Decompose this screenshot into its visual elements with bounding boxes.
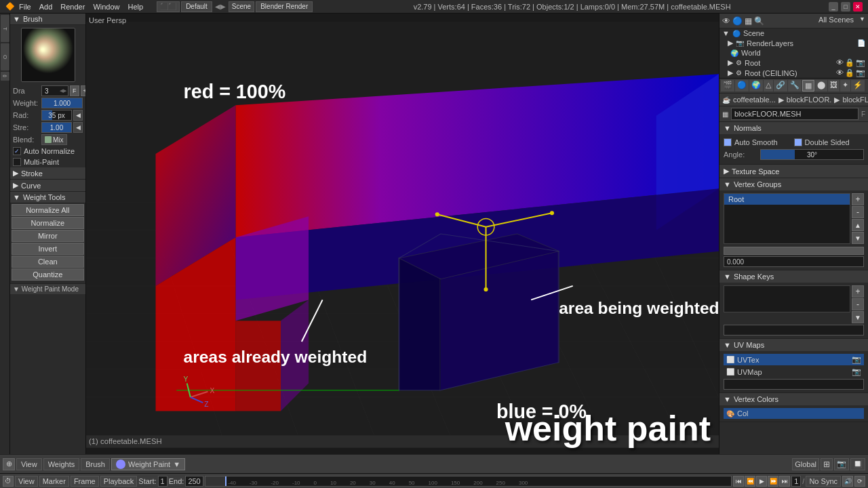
timeline-frame-menu[interactable]: Frame <box>71 476 99 487</box>
audio-btn[interactable]: 🔊 <box>842 476 853 487</box>
vg-down-btn[interactable]: ▼ <box>852 232 864 244</box>
timeline-icon-btn[interactable]: ⏱ <box>3 476 14 487</box>
playback-controls[interactable]: ⏮ ⏪ ▶ ⏩ ⏭ <box>733 476 790 487</box>
render-btn[interactable]: 🔲 <box>850 458 865 470</box>
radius-slider[interactable]: 35 px <box>41 110 72 121</box>
radius-arrow[interactable]: ◀ <box>73 110 83 121</box>
blend-dropdown[interactable]: Mix <box>41 134 67 145</box>
prop-tab-object[interactable]: △ <box>764 80 773 92</box>
clean-btn[interactable]: Clean <box>12 256 84 268</box>
weights-menu[interactable]: Weights <box>43 458 80 470</box>
sk-add-btn[interactable]: + <box>852 285 864 298</box>
dra-value[interactable]: 3 <box>41 85 68 96</box>
current-frame-display[interactable]: 1 <box>791 476 801 487</box>
quantize-btn[interactable]: Quantize <box>12 268 84 281</box>
curve-section-header[interactable]: ▶ Curve <box>10 180 85 192</box>
prop-tab-physics[interactable]: ⚡ <box>851 80 865 92</box>
layout-arrows[interactable]: ◀▶ <box>215 3 226 10</box>
prop-tab-scene[interactable]: 🔵 <box>735 80 749 92</box>
auto-smooth-checkbox[interactable] <box>724 138 732 146</box>
root-icon-a[interactable]: 👁 <box>836 58 844 67</box>
prop-tab-modifiers[interactable]: 🔧 <box>788 80 802 92</box>
brush-menu[interactable]: Brush <box>81 458 110 470</box>
timeline-marker-menu[interactable]: Marker <box>39 476 69 487</box>
brush-section-header[interactable]: ▼ Brush <box>10 14 85 25</box>
normals-header[interactable]: ▼ Normals <box>719 122 868 134</box>
ceiling-icon-b[interactable]: 🔒 <box>845 68 854 77</box>
texture-space-header[interactable]: ▶ Texture Space <box>719 165 868 178</box>
global-btn[interactable]: Global <box>792 458 819 470</box>
maximize-btn[interactable]: □ <box>841 2 850 12</box>
vertex-colors-header[interactable]: ▼ Vertex Colors <box>719 393 868 405</box>
menu-window[interactable]: Window <box>93 3 119 11</box>
mesh-name-input[interactable]: blockFLOOR.MESH <box>731 108 859 120</box>
window-controls[interactable]: _ □ ✕ <box>829 2 863 12</box>
tree-renderlayers[interactable]: ▶ 📷 RenderLayers 📄 <box>719 38 868 48</box>
tools-icon[interactable]: T <box>1 15 9 42</box>
uv-slider[interactable] <box>724 379 864 390</box>
options-icon[interactable]: O <box>1 43 9 70</box>
tree-world[interactable]: 🌍 World <box>719 48 868 58</box>
uv-tex-active-icon[interactable]: 📷 <box>852 355 861 364</box>
close-btn[interactable]: ✕ <box>853 2 863 12</box>
vg-remove-btn[interactable]: - <box>852 206 864 218</box>
play-btn[interactable]: ▶ <box>756 476 767 487</box>
sk-remove-btn[interactable]: - <box>852 298 864 310</box>
renderlayers-icons-right[interactable]: 📄 <box>857 39 865 47</box>
invert-btn[interactable]: Invert <box>12 243 84 255</box>
uv-map-active-icon[interactable]: 📷 <box>852 367 861 376</box>
next-frame-btn[interactable]: ⏩ <box>768 476 778 487</box>
root-action-icons[interactable]: 👁 🔒 📷 <box>836 58 865 67</box>
menu-file[interactable]: File <box>19 3 31 11</box>
uv-maps-header[interactable]: ▼ UV Maps <box>719 339 868 351</box>
prop-tab-render[interactable]: 🎬 <box>721 80 734 92</box>
multi-paint-checkbox[interactable] <box>13 158 21 166</box>
start-frame-input[interactable]: 1 <box>158 476 167 487</box>
editor-type-btn[interactable]: ⬛⬛ <box>157 1 180 12</box>
weight-slider[interactable]: 1.000 <box>41 98 83 108</box>
weight-tools-section-header[interactable]: ▼ Weight Tools <box>10 192 85 203</box>
ceiling-icon-a[interactable]: 👁 <box>836 68 844 77</box>
vg-up-btn[interactable]: ▲ <box>852 219 864 231</box>
sk-value-slider[interactable] <box>724 325 864 336</box>
strength-arrow[interactable]: ◀ <box>73 122 83 133</box>
jump-start-btn[interactable]: ⏮ <box>733 476 744 487</box>
root-icon-b[interactable]: 🔒 <box>845 58 854 67</box>
mesh-flag[interactable]: F <box>861 110 865 118</box>
weight-paint-mode-label[interactable]: ▼ Weight Paint Mode <box>10 283 85 294</box>
menu-render[interactable]: Render <box>60 3 85 11</box>
timeline-scrubber[interactable]: -50 -40 -30 -20 -10 0 10 20 30 40 50 100… <box>205 476 732 487</box>
ceiling-icon-c[interactable]: 📷 <box>856 68 865 77</box>
tree-scene[interactable]: ▼ 🔵 Scene <box>719 28 868 38</box>
prop-tab-constraints[interactable]: 🔗 <box>774 80 787 92</box>
minimize-btn[interactable]: _ <box>829 2 838 12</box>
normalize-all-btn[interactable]: Normalize All <box>12 204 84 216</box>
jump-end-btn[interactable]: ⏭ <box>779 476 790 487</box>
viewport-icon-btn[interactable]: ⊕ <box>3 458 15 470</box>
stroke-section-header[interactable]: ▶ Stroke <box>10 167 85 180</box>
prop-tab-particles[interactable]: ✦ <box>840 80 850 92</box>
end-frame-input[interactable]: 250 <box>185 476 203 487</box>
prop-tab-mesh-active[interactable]: ▦ <box>802 80 814 92</box>
timeline-view-menu[interactable]: View <box>15 476 38 487</box>
tree-root-ceiling[interactable]: ▶ ⚙ Root (CEILING) 👁 🔒 📷 <box>719 68 868 78</box>
sk-down-btn[interactable]: ▼ <box>852 311 864 323</box>
layers-tab[interactable]: ▦ <box>745 16 752 26</box>
properties-tabs[interactable]: 🎬 🔵 🌍 △ 🔗 🔧 ▦ ⬤ 🖼 ✦ ⚡ <box>719 79 868 94</box>
scenes-dropdown[interactable]: ▼ <box>856 14 868 28</box>
root-icon-c[interactable]: 📷 <box>856 58 865 67</box>
f-btn[interactable]: F <box>70 85 79 96</box>
grease-pencil-icon[interactable]: ✏ <box>1 72 9 81</box>
prev-frame-btn[interactable]: ⏪ <box>745 476 755 487</box>
search-btn[interactable]: 🔍 <box>754 16 764 26</box>
tree-root[interactable]: ▶ ⚙ Root 👁 🔒 📷 <box>719 58 868 68</box>
plus-btn[interactable]: + <box>81 85 87 96</box>
zoom-extents-btn[interactable]: ⊞ <box>821 458 833 470</box>
strength-slider[interactable]: 1.00 <box>41 122 72 133</box>
sync-btn[interactable]: ⟳ <box>854 476 865 487</box>
menu-help[interactable]: Help <box>128 3 144 11</box>
vg-weight-slider[interactable]: 0.000 <box>724 256 864 267</box>
layout-dropdown[interactable]: Default <box>181 1 212 12</box>
timeline-playback-menu[interactable]: Playback <box>100 476 138 487</box>
no-sync-dropdown[interactable]: No Sync <box>806 476 841 487</box>
